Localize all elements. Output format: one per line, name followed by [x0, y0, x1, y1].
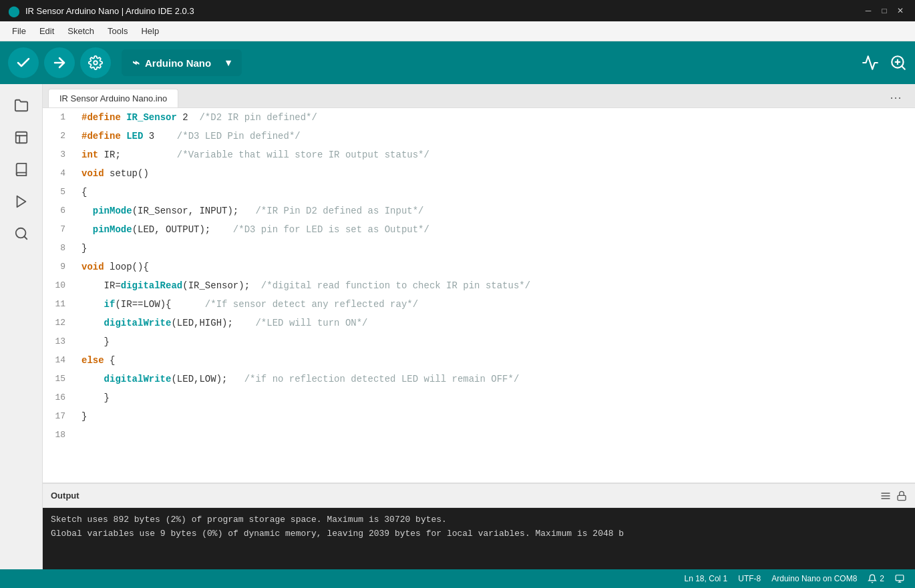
line-number: 14: [43, 351, 76, 370]
line-content[interactable]: IR=digitalRead(IR_Sensor); /*digital rea…: [76, 276, 915, 295]
window-title: IR Sensor Arduino Nano | Arduino IDE 2.0…: [25, 6, 194, 16]
svg-point-1: [94, 61, 98, 65]
line-number: 17: [43, 407, 76, 426]
line-content[interactable]: void setup(): [76, 164, 915, 183]
line-number: 15: [43, 370, 76, 388]
search-icon: [14, 226, 29, 241]
library-icon: [14, 162, 29, 177]
toolbar: ⌁ Arduino Nano ▾: [0, 41, 915, 84]
line-content[interactable]: }: [76, 388, 915, 407]
svg-line-3: [902, 66, 905, 69]
output-panel: Output Sketch uses 892 bytes (2%) of: [43, 483, 915, 569]
line-content[interactable]: pinMode(IR_Sensor, INPUT); /*IR Pin D2 d…: [76, 202, 915, 220]
sidebar-item-library[interactable]: [8, 156, 35, 183]
lock-icon: [896, 491, 907, 501]
window-controls: ─ □ ✕: [862, 4, 907, 17]
code-line-18: 18: [43, 426, 915, 445]
serial-plotter-button[interactable]: [862, 54, 879, 71]
console-icon: [895, 574, 904, 583]
menu-tools[interactable]: Tools: [101, 23, 134, 39]
code-line-10: 10 IR=digitalRead(IR_Sensor); /*digital …: [43, 276, 915, 295]
sidebar-item-sketch[interactable]: [8, 124, 35, 151]
serial-monitor-button[interactable]: [890, 54, 907, 71]
menu-help[interactable]: Help: [134, 23, 166, 39]
board-name: Arduino Nano: [145, 57, 211, 69]
encoding: UTF-8: [738, 574, 761, 583]
code-line-15: 15 digitalWrite(LED,LOW); /*if no reflec…: [43, 370, 915, 388]
serial-plotter-icon: [862, 54, 879, 71]
line-number: 8: [43, 239, 76, 258]
line-number: 9: [43, 258, 76, 276]
code-line-12: 12 digitalWrite(LED,HIGH); /*LED will tu…: [43, 314, 915, 332]
line-content[interactable]: digitalWrite(LED,HIGH); /*LED will turn …: [76, 314, 915, 332]
output-content: Sketch uses 892 bytes (2%) of program st…: [43, 508, 915, 569]
line-content[interactable]: pinMode(LED, OUTPUT); /*D3 pin for LED i…: [76, 220, 915, 239]
code-line-11: 11 if(IR==LOW){ /*If sensor detect any r…: [43, 295, 915, 314]
debug-button[interactable]: [80, 47, 111, 78]
code-line-9: 9void loop(){: [43, 258, 915, 276]
cursor-position: Ln 18, Col 1: [685, 574, 728, 583]
verify-button[interactable]: [8, 47, 39, 78]
minimize-button[interactable]: ─: [862, 4, 875, 17]
code-line-6: 6 pinMode(IR_Sensor, INPUT); /*IR Pin D2…: [43, 202, 915, 220]
notifications[interactable]: 2: [868, 574, 884, 583]
sidebar: [0, 84, 43, 569]
upload-icon: [51, 55, 67, 71]
more-options-icon: ⋯: [890, 90, 902, 105]
line-content[interactable]: #define LED 3 /*D3 LED Pin defined*/: [76, 127, 915, 145]
svg-rect-16: [896, 575, 904, 581]
code-line-5: 5{: [43, 183, 915, 202]
line-content[interactable]: else {: [76, 351, 915, 370]
line-number: 16: [43, 388, 76, 407]
code-line-16: 16 }: [43, 388, 915, 407]
code-line-1: 1#define IR_Sensor 2 /*D2 IR pin defined…: [43, 108, 915, 127]
line-content[interactable]: }: [76, 239, 915, 258]
line-number: 3: [43, 145, 76, 164]
line-number: 11: [43, 295, 76, 314]
chevron-down-icon: ▾: [226, 57, 231, 69]
upload-button[interactable]: [44, 47, 75, 78]
line-number: 7: [43, 220, 76, 239]
svg-rect-15: [898, 495, 906, 500]
code-editor[interactable]: 1#define IR_Sensor 2 /*D2 IR pin defined…: [43, 108, 915, 483]
file-tab-name: IR Sensor Arduino Nano.ino: [59, 93, 167, 103]
line-content[interactable]: digitalWrite(LED,LOW); /*if no reflectio…: [76, 370, 915, 388]
menu-edit[interactable]: Edit: [33, 23, 61, 39]
line-number: 12: [43, 314, 76, 332]
sidebar-item-search[interactable]: [8, 220, 35, 247]
line-number: 5: [43, 183, 76, 202]
board-port[interactable]: Arduino Nano on COM8: [771, 574, 857, 583]
line-content[interactable]: if(IR==LOW){ /*If sensor detect any refl…: [76, 295, 915, 314]
debug-icon: [88, 55, 103, 70]
line-content[interactable]: {: [76, 183, 915, 202]
verify-icon: [15, 55, 31, 71]
close-button[interactable]: ✕: [894, 4, 907, 17]
line-number: 13: [43, 332, 76, 351]
clear-output-button[interactable]: [880, 491, 891, 501]
line-number: 10: [43, 276, 76, 295]
line-content[interactable]: int IR; /*Variable that will store IR ou…: [76, 145, 915, 164]
line-content[interactable]: }: [76, 332, 915, 351]
line-content[interactable]: #define IR_Sensor 2 /*D2 IR pin defined*…: [76, 108, 915, 127]
output-header: Output: [43, 484, 915, 508]
lock-output-button[interactable]: [896, 491, 907, 501]
menu-sketch[interactable]: Sketch: [61, 23, 101, 39]
file-tab-main[interactable]: IR Sensor Arduino Nano.ino: [48, 89, 178, 107]
svg-rect-6: [15, 132, 27, 143]
maximize-button[interactable]: □: [878, 4, 891, 17]
board-selector[interactable]: ⌁ Arduino Nano ▾: [122, 49, 242, 76]
line-number: 1: [43, 108, 76, 127]
sidebar-item-debug[interactable]: [8, 188, 35, 215]
sketch-icon: [14, 130, 29, 145]
more-options-button[interactable]: ⋯: [882, 87, 910, 107]
console-icon-btn[interactable]: [895, 574, 904, 583]
menu-file[interactable]: File: [5, 23, 33, 39]
line-content[interactable]: void loop(){: [76, 258, 915, 276]
code-line-13: 13 }: [43, 332, 915, 351]
code-line-3: 3int IR; /*Variable that will store IR o…: [43, 145, 915, 164]
line-number: 6: [43, 202, 76, 220]
line-content[interactable]: }: [76, 407, 915, 426]
menu-bar: File Edit Sketch Tools Help: [0, 21, 915, 41]
file-tabs: IR Sensor Arduino Nano.ino ⋯: [43, 84, 915, 108]
sidebar-item-files[interactable]: [8, 92, 35, 119]
